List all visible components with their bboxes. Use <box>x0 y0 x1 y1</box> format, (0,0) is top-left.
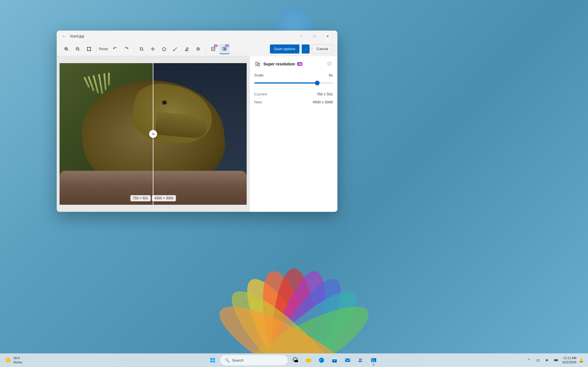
svg-rect-47 <box>558 360 558 360</box>
weather-temp: 78°F <box>13 356 22 360</box>
draw-button[interactable] <box>170 44 181 54</box>
window-controls: − □ ✕ <box>295 32 334 41</box>
panel-header: Super resolution AI ⓘ <box>254 61 333 67</box>
scale-value: 6x <box>329 73 333 77</box>
super-res-ai-badge: AI <box>225 44 229 47</box>
weather-widget[interactable]: ☀️ 78°F Sunny <box>5 356 22 364</box>
taskbar-photos-button[interactable] <box>368 355 379 366</box>
taskbar-teams-button[interactable] <box>355 355 366 366</box>
erase-button[interactable] <box>182 44 192 54</box>
current-value: 750 x 501 <box>317 92 333 96</box>
svg-point-5 <box>218 277 370 353</box>
image-area: ⇆ 750 × 501 4500 × 3006 <box>57 56 249 212</box>
taskbar-store-button[interactable] <box>329 355 340 366</box>
svg-point-44 <box>372 359 373 360</box>
cancel-button[interactable]: Cancel <box>312 44 333 54</box>
slider-track <box>254 82 333 84</box>
taskbar-edge-button[interactable] <box>316 355 327 366</box>
lizard-image: ⇆ 750 × 501 4500 × 3006 <box>60 63 247 205</box>
win11-wallpaper <box>0 198 588 353</box>
background-ai-badge: AI <box>214 44 218 47</box>
panel-info-button[interactable]: ⓘ <box>326 61 333 67</box>
svg-marker-22 <box>162 47 166 51</box>
back-button[interactable]: ← <box>60 32 68 40</box>
slider-thumb[interactable] <box>315 81 320 85</box>
svg-rect-30 <box>256 62 258 65</box>
background-ai-button[interactable]: AI <box>208 44 218 54</box>
svg-point-1 <box>250 266 338 353</box>
svg-point-2 <box>271 268 317 353</box>
reset-label: Reset <box>99 47 108 51</box>
maximize-button[interactable]: □ <box>308 32 321 41</box>
spot-heal-button[interactable] <box>193 44 203 54</box>
new-value: 4500 x 3006 <box>312 100 333 104</box>
brightness-button[interactable] <box>148 44 158 54</box>
start-button[interactable] <box>207 355 218 366</box>
svg-line-14 <box>79 50 80 51</box>
slider-container[interactable] <box>254 80 333 86</box>
close-button[interactable]: ✕ <box>321 32 334 41</box>
svg-point-38 <box>319 358 324 363</box>
svg-point-45 <box>538 362 538 362</box>
svg-point-4 <box>232 268 356 353</box>
weather-condition: Sunny <box>13 360 22 364</box>
battery-icon[interactable] <box>552 356 560 364</box>
toolbar-right: Save options ⌄ Cancel <box>270 44 333 54</box>
zoom-out-button[interactable] <box>73 44 83 54</box>
svg-line-10 <box>67 50 68 51</box>
zoom-in-button[interactable] <box>61 44 71 54</box>
system-clock[interactable]: 11:11 AM 6/22/2024 <box>562 356 576 365</box>
fit-window-button[interactable] <box>84 44 94 54</box>
svg-rect-33 <box>213 358 215 360</box>
taskbar-right: ⌃ 11:11 AM 6/22/2024 🔔 <box>525 356 583 365</box>
super-resolution-button[interactable]: AI <box>219 44 230 54</box>
clock-date: 6/22/2024 <box>562 360 576 364</box>
toolbar: Reset <box>57 42 337 56</box>
split-divider[interactable]: ⇆ <box>153 63 153 205</box>
crop-button[interactable] <box>136 44 147 54</box>
taskbar-search[interactable]: 🔍 Search <box>220 355 288 366</box>
notification-button[interactable]: 🔔 <box>579 358 583 362</box>
svg-point-17 <box>152 48 154 50</box>
save-options-button[interactable]: Save options <box>270 44 299 54</box>
scale-header: Scale 6x <box>254 73 333 77</box>
svg-rect-31 <box>257 63 260 66</box>
panel-title: Super resolution <box>263 62 295 66</box>
app-window: ← lizard.jpg − □ ✕ Reset <box>57 31 337 212</box>
title-bar: ← lizard.jpg − □ ✕ <box>57 31 337 42</box>
svg-rect-37 <box>306 358 308 359</box>
clock-time: 11:11 AM <box>562 356 576 360</box>
lizard-eye <box>162 100 167 105</box>
window-title: lizard.jpg <box>70 34 295 38</box>
divider-2 <box>134 46 134 52</box>
svg-point-41 <box>359 359 361 360</box>
volume-icon[interactable] <box>543 356 551 364</box>
search-label: Search <box>232 358 244 362</box>
weather-text: 78°F Sunny <box>13 356 22 364</box>
svg-point-7 <box>218 277 370 353</box>
taskbar-left: ☀️ 78°F Sunny <box>5 356 61 364</box>
svg-line-23 <box>174 48 177 50</box>
right-panel: Super resolution AI ⓘ Scale 6x <box>249 56 337 212</box>
svg-point-3 <box>250 266 338 353</box>
taskbar-files-button[interactable] <box>303 355 314 366</box>
taskbar-center: 🔍 Search 🌤 <box>61 355 525 366</box>
split-handle[interactable]: ⇆ <box>149 130 157 138</box>
svg-rect-28 <box>223 47 225 50</box>
taskbar-widgets-button[interactable]: 🌤 <box>290 355 301 366</box>
svg-rect-40 <box>345 359 350 362</box>
scale-section: Scale 6x <box>254 73 333 86</box>
weather-icon: ☀️ <box>5 357 12 364</box>
redo-button[interactable] <box>121 44 132 54</box>
minimize-button[interactable]: − <box>295 32 308 41</box>
taskbar-mail-button[interactable] <box>342 355 353 366</box>
save-options-dropdown[interactable]: ⌄ <box>302 44 310 54</box>
svg-rect-35 <box>213 360 215 362</box>
svg-point-26 <box>198 48 199 50</box>
network-icon[interactable] <box>534 356 542 364</box>
svg-point-8 <box>209 291 379 353</box>
chevron-up-icon[interactable]: ⌃ <box>525 356 533 364</box>
divider-3 <box>206 46 206 52</box>
undo-button[interactable] <box>110 44 120 54</box>
filters-button[interactable] <box>159 44 169 54</box>
